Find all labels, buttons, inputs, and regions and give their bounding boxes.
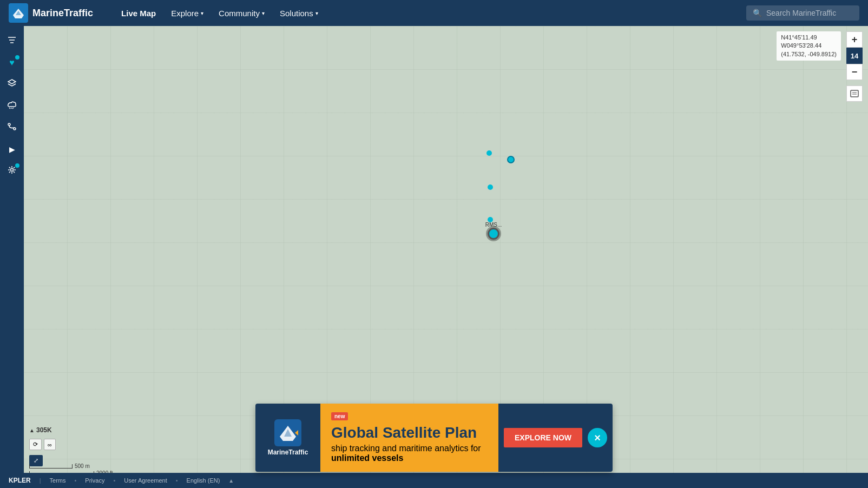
vessel-count: 305K xyxy=(36,426,52,434)
ad-banner: MarineTraffic new Global Satellite Plan … xyxy=(255,404,613,472)
footer-user-agreement-link[interactable]: User Agreement xyxy=(124,477,167,484)
zoom-level-display: 14 xyxy=(846,48,863,64)
coord-lat: N41°45'11.49 xyxy=(781,34,837,42)
svg-line-4 xyxy=(9,108,10,109)
search-icon: 🔍 xyxy=(753,9,762,17)
scale-metric-label: 500 m xyxy=(75,463,90,469)
ad-close-button[interactable]: × xyxy=(588,428,607,447)
filter-icon xyxy=(7,35,17,47)
tools-badge xyxy=(15,163,19,168)
vessel-marker[interactable] xyxy=(488,184,493,190)
language-up-icon: ▲ xyxy=(228,478,234,484)
search-input[interactable] xyxy=(766,9,853,17)
zoom-in-button[interactable]: + xyxy=(846,31,863,48)
sidebar-item-weather[interactable] xyxy=(2,96,22,116)
map-layer-button[interactable] xyxy=(846,85,863,102)
nav-live-map[interactable]: Live Map xyxy=(115,5,162,21)
vessel-marker[interactable] xyxy=(486,150,492,156)
logo-area[interactable]: MarineTraffic xyxy=(9,3,93,23)
coordinates-display: N41°45'11.49 W049°53'28.44 (41.7532, -04… xyxy=(777,31,841,61)
nav-solutions[interactable]: Solutions ▾ xyxy=(273,5,325,21)
coord-decimal: (41.7532, -049.8912) xyxy=(781,50,837,58)
sidebar-item-favorites[interactable]: ♥ xyxy=(2,53,22,72)
svg-line-14 xyxy=(9,167,10,168)
ad-logo-text: MarineTraffic xyxy=(268,449,308,456)
footer: KPLER | Terms • Privacy • User Agreement… xyxy=(0,473,868,488)
vessel-label: RMS... xyxy=(485,222,502,228)
sidebar-item-tools[interactable] xyxy=(2,161,22,181)
sidebar-item-layers[interactable] xyxy=(2,75,22,94)
svg-point-9 xyxy=(11,169,14,172)
sidebar: ♥ ▶ xyxy=(0,26,24,488)
svg-line-16 xyxy=(14,167,15,168)
nav-explore[interactable]: Explore ▾ xyxy=(165,5,210,21)
favorites-badge xyxy=(15,55,19,60)
logo-text: MarineTraffic xyxy=(32,8,93,19)
svg-line-15 xyxy=(14,172,15,173)
footer-privacy-link[interactable]: Privacy xyxy=(85,477,104,484)
sidebar-item-play[interactable]: ▶ xyxy=(2,140,22,159)
heart-icon: ♥ xyxy=(9,58,15,68)
logo-icon xyxy=(9,3,28,23)
vessel-marker[interactable] xyxy=(507,156,515,163)
ad-logo-section: MarineTraffic xyxy=(255,411,320,465)
svg-rect-18 xyxy=(851,90,858,97)
bottom-controls: ⟳ ∞ xyxy=(29,439,56,450)
svg-point-7 xyxy=(8,123,10,126)
scale-metric-bar xyxy=(29,464,73,469)
layers-icon xyxy=(7,78,17,90)
sidebar-item-routes[interactable] xyxy=(2,118,22,137)
ad-subtitle: ship tracking and maritime analytics for… xyxy=(331,444,488,463)
coord-lon: W049°53'28.44 xyxy=(781,42,837,50)
routes-icon xyxy=(7,122,17,134)
community-chevron-icon: ▾ xyxy=(262,10,265,16)
loop-button[interactable]: ∞ xyxy=(44,439,56,450)
zoom-controls: + 14 − xyxy=(846,31,863,80)
ad-ship-icon xyxy=(274,419,301,446)
explore-chevron-icon: ▾ xyxy=(201,10,203,16)
header: MarineTraffic Live Map Explore ▾ Communi… xyxy=(0,0,868,26)
weather-icon xyxy=(7,100,17,112)
footer-terms-link[interactable]: Terms xyxy=(50,477,66,484)
bottom-left-info: ▲ 305K xyxy=(29,426,52,434)
search-area[interactable]: 🔍 xyxy=(746,5,859,21)
ad-new-badge: new xyxy=(331,412,348,420)
nav-community[interactable]: Community ▾ xyxy=(212,5,271,21)
main-nav: Live Map Explore ▾ Community ▾ Solutions… xyxy=(115,5,746,21)
svg-line-6 xyxy=(12,108,14,109)
map-layer-icon xyxy=(850,89,859,98)
ad-content: new Global Satellite Plan ship tracking … xyxy=(320,404,498,472)
solutions-chevron-icon: ▾ xyxy=(315,10,318,16)
footer-logo: KPLER xyxy=(9,477,31,484)
svg-line-17 xyxy=(9,172,10,173)
recenter-button[interactable]: ⟳ xyxy=(29,439,42,450)
footer-language-link[interactable]: English (EN) xyxy=(187,477,220,484)
zoom-out-button[interactable]: − xyxy=(846,64,863,80)
ad-explore-button[interactable]: EXPLORE NOW xyxy=(504,428,582,447)
vessel-count-label: ▲ 305K xyxy=(29,426,52,434)
vessel-selected-marker[interactable]: RMS... xyxy=(488,228,499,240)
sidebar-item-filter[interactable] xyxy=(2,31,22,51)
play-icon: ▶ xyxy=(9,145,15,154)
ad-title: Global Satellite Plan xyxy=(331,425,488,441)
